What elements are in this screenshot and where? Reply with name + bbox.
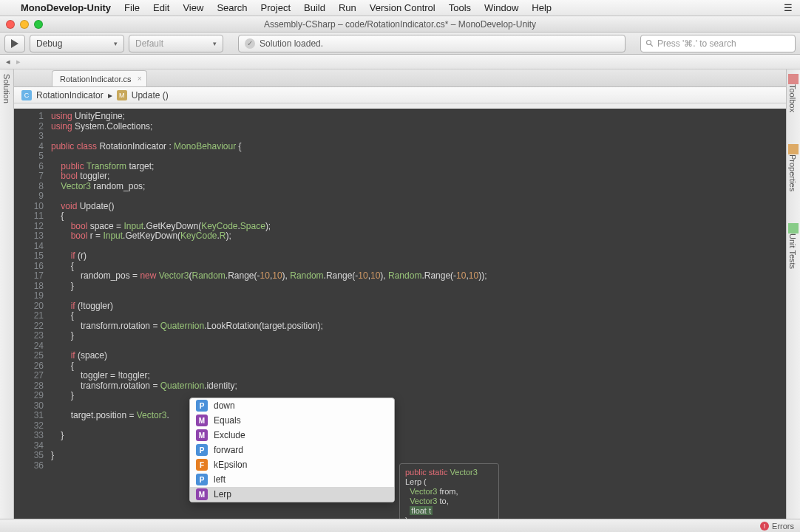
svg-point-1 xyxy=(647,40,651,44)
menu-help[interactable]: Help xyxy=(532,2,552,13)
error-icon[interactable]: ! xyxy=(760,522,769,531)
solution-tab[interactable]: Solution xyxy=(2,74,11,103)
mac-menubar: MonoDevelop-Unity File Edit View Search … xyxy=(0,0,800,16)
autocomplete-item[interactable]: Pdown xyxy=(190,398,394,413)
configuration-combo[interactable]: Debug ▾ xyxy=(30,35,124,52)
nav-back-icon[interactable]: ◂ xyxy=(6,57,10,66)
breadcrumb: C RotationIndicator ▸ M Update () xyxy=(14,87,786,103)
menu-file[interactable]: File xyxy=(124,2,140,13)
method-icon: M xyxy=(117,90,127,100)
menu-edit[interactable]: Edit xyxy=(153,2,169,13)
notification-icon[interactable]: ☰ xyxy=(784,2,793,13)
autocomplete-item[interactable]: MLerp xyxy=(190,487,394,502)
menu-project[interactable]: Project xyxy=(261,2,291,13)
code-area[interactable]: using UnityEngine;using System.Collectio… xyxy=(48,109,786,519)
properties-tab[interactable]: Properties xyxy=(788,144,799,194)
search-icon xyxy=(645,39,654,48)
tab-strip: RotationIndicator.cs × xyxy=(0,69,800,87)
tab-label: RotationIndicator.cs xyxy=(60,75,132,83)
status-text: Solution loaded. xyxy=(260,38,323,49)
nav-forward-icon[interactable]: ▸ xyxy=(16,57,21,66)
line-gutter: 1234567891011121314151617181920212223242… xyxy=(14,109,48,519)
autocomplete-item[interactable]: FkEpsilon xyxy=(190,457,394,472)
window-titlebar: Assembly-CSharp – code/RotationIndicator… xyxy=(0,16,800,33)
search-placeholder: Press '⌘.' to search xyxy=(657,38,736,49)
nav-row: ◂ ▸ xyxy=(0,55,800,69)
autocomplete-popup[interactable]: PdownMEqualsMExcludePforwardFkEpsilonPle… xyxy=(189,398,395,502)
svg-line-2 xyxy=(651,44,653,46)
menu-build[interactable]: Build xyxy=(304,2,325,13)
breadcrumb-method[interactable]: Update () xyxy=(132,90,169,100)
breadcrumb-class[interactable]: RotationIndicator xyxy=(36,90,104,100)
configuration-label: Debug xyxy=(36,38,62,49)
autocomplete-item[interactable]: Pleft xyxy=(190,472,394,487)
target-combo[interactable]: Default ▾ xyxy=(129,35,223,52)
window-title: Assembly-CSharp – code/RotationIndicator… xyxy=(0,19,800,30)
breadcrumb-separator: ▸ xyxy=(108,90,112,100)
right-panel: Toolbox Properties Unit Tests xyxy=(786,69,800,519)
build-status: ✓ Solution loaded. xyxy=(238,35,626,52)
svg-marker-0 xyxy=(11,39,18,48)
check-icon: ✓ xyxy=(245,38,255,49)
autocomplete-item[interactable]: Pforward xyxy=(190,443,394,457)
chevron-down-icon: ▾ xyxy=(114,40,118,47)
menu-tools[interactable]: Tools xyxy=(449,2,471,13)
errors-label[interactable]: Errors xyxy=(772,522,794,531)
target-label: Default xyxy=(135,38,163,49)
chevron-down-icon: ▾ xyxy=(213,40,217,47)
editor-tab[interactable]: RotationIndicator.cs × xyxy=(52,70,147,86)
status-footer: ! Errors xyxy=(0,519,800,532)
menu-view[interactable]: View xyxy=(183,2,203,13)
code-editor[interactable]: 1234567891011121314151617181920212223242… xyxy=(14,109,786,519)
menu-run[interactable]: Run xyxy=(339,2,356,13)
app-name[interactable]: MonoDevelop-Unity xyxy=(21,2,111,13)
menu-search[interactable]: Search xyxy=(217,2,247,13)
menu-window[interactable]: Window xyxy=(484,2,518,13)
autocomplete-item[interactable]: MExclude xyxy=(190,428,394,443)
left-panel: Solution xyxy=(0,69,14,519)
class-icon: C xyxy=(21,90,32,100)
run-button[interactable] xyxy=(4,35,25,52)
close-tab-icon[interactable]: × xyxy=(138,75,142,83)
autocomplete-item[interactable]: MEquals xyxy=(190,413,394,428)
menu-version-control[interactable]: Version Control xyxy=(370,2,435,13)
toolbox-tab[interactable]: Toolbox xyxy=(788,74,799,115)
unit-tests-tab[interactable]: Unit Tests xyxy=(788,223,799,271)
main-toolbar: Debug ▾ Default ▾ ✓ Solution loaded. Pre… xyxy=(0,33,800,55)
search-input[interactable]: Press '⌘.' to search xyxy=(640,35,796,52)
